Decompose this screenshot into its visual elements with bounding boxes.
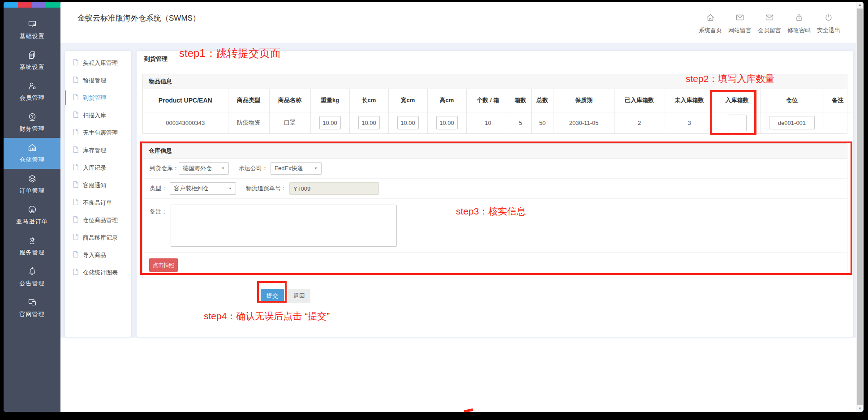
menu-item-inventory[interactable]: 库存管理 (65, 141, 131, 159)
menu-item-defective-orders[interactable]: 不良品订单 (65, 194, 131, 211)
sidebar-item-notice-management[interactable]: 公告管理 (4, 261, 60, 292)
menu-item-inbound-records[interactable]: 入库记录 (65, 159, 131, 176)
button-row: 提交 返回 (261, 289, 853, 303)
annotation-step4: step4：确认无误后点击 “提交” (204, 310, 330, 322)
annotation-step3: step3：核实信息 (456, 205, 526, 218)
menu-item-service-notice[interactable]: 客服通知 (65, 176, 131, 194)
submit-button[interactable]: 提交 (261, 289, 284, 303)
cell-length (349, 112, 388, 133)
sidebar-item-finance-management[interactable]: 财务管理 (4, 107, 60, 138)
remark-textarea[interactable] (171, 205, 397, 247)
menu-item-label: 扫描入库 (83, 111, 106, 120)
document-icon (73, 146, 79, 154)
sidebar-item-system-settings[interactable]: 系统设置 (4, 45, 60, 76)
sidebar-item-label: 仓储管理 (20, 156, 45, 164)
col-width: 宽cm (388, 89, 427, 112)
menu-item-label: 导入商品 (83, 251, 106, 259)
document-icon (73, 129, 79, 137)
col-boxes: 箱数 (510, 89, 531, 112)
weight-input[interactable] (319, 116, 341, 129)
sidebar-item-service-management[interactable]: 服务管理 (4, 231, 60, 261)
type-select[interactable]: 客户装柜到仓 ▼ (170, 182, 236, 195)
vertical-scrollbar[interactable]: ▲ ▼ (856, 2, 864, 412)
power-icon (824, 13, 834, 24)
header-action-change-password[interactable]: 修改密码 (784, 13, 814, 34)
height-input[interactable] (436, 116, 458, 129)
scrollbar-thumb[interactable] (857, 9, 863, 405)
menu-item-forecast[interactable]: 预报管理 (65, 72, 131, 89)
secondary-menu: 头程入库管理 预报管理 到货管理 扫描入库 无主包裹管理 库存管理 (65, 51, 131, 337)
menu-item-label: 到货管理 (83, 94, 106, 102)
cell-weight (310, 112, 349, 133)
scroll-down-icon[interactable]: ▼ (856, 406, 864, 412)
home-icon (705, 13, 715, 24)
chevron-down-icon: ▼ (314, 167, 318, 170)
header-action-label: 安全退出 (817, 26, 840, 34)
header-action-logout[interactable]: 安全退出 (814, 13, 843, 34)
header-actions: 系统首页 网站留言 会员留言 修改密码 安全退出 (696, 13, 843, 34)
form-row-type: 类型： 客户装柜到仓 ▼ 物流追踪单号： (143, 179, 847, 199)
menu-item-unclaimed-parcels[interactable]: 无主包裹管理 (65, 124, 131, 141)
menu-item-scan-inbound[interactable]: 扫描入库 (65, 107, 131, 124)
sidebar-item-order-management[interactable]: 订单管理 (4, 169, 60, 200)
col-remark: 备注 (824, 89, 851, 112)
strip-blue (4, 2, 18, 8)
annotation-step2: step2：填写入库数量 (686, 73, 774, 85)
menu-item-slot-goods[interactable]: 仓位商品管理 (65, 211, 131, 229)
length-input[interactable] (358, 116, 380, 129)
tracking-number-input[interactable] (289, 182, 379, 195)
layers-icon (27, 174, 37, 184)
document-icon (73, 163, 79, 172)
cell-not-in-boxes: 3 (665, 112, 714, 133)
scroll-up-icon[interactable]: ▲ (856, 2, 864, 8)
sidebar-item-label: 订单管理 (20, 187, 45, 195)
header-action-home[interactable]: 系统首页 (696, 13, 725, 34)
arrival-warehouse-select[interactable]: 德国海外仓 ▼ (179, 162, 229, 175)
menu-item-label: 商品移库记录 (83, 234, 118, 242)
col-in-boxes: 已入库箱数 (614, 89, 665, 112)
sidebar-item-amazon-orders[interactable]: a 亚马逊订单 (4, 200, 60, 231)
cell-slot (760, 112, 824, 133)
page-title: 金蚁云标准版海外仓系统（SWMS） (77, 13, 200, 23)
col-total: 总数 (531, 89, 554, 112)
goods-table: Product UPC/EAN 商品类型 商品名称 重量kg 长cm 宽cm 高… (143, 89, 851, 133)
header-action-label: 网站留言 (728, 26, 752, 34)
take-photo-button[interactable]: 点击拍照 (149, 258, 178, 272)
arrival-warehouse-label: 到货仓库： (150, 164, 179, 172)
inbound-boxes-input[interactable] (728, 115, 747, 131)
col-type: 商品类型 (228, 89, 269, 112)
sidebar-item-basic-settings[interactable]: 基础设置 (4, 14, 60, 45)
menu-item-label: 库存管理 (83, 146, 106, 154)
header-action-label: 修改密码 (787, 26, 811, 34)
col-per-box: 个数 / 箱 (466, 89, 510, 112)
sidebar-item-label: 官网管理 (20, 310, 45, 318)
content-card: 到货管理 物品信息 Product UPC/EAN 商品类型 商品名称 (137, 51, 853, 337)
carrier-select[interactable]: FedEx快递 ▼ (271, 162, 322, 175)
cell-total: 50 (531, 112, 554, 133)
strip-purple (32, 2, 47, 8)
menu-item-arrival-management[interactable]: 到货管理 (65, 89, 131, 107)
width-input[interactable] (397, 116, 419, 129)
brand-color-strip (4, 2, 60, 8)
col-upc: Product UPC/EAN (143, 89, 228, 112)
menu-item-label: 头程入库管理 (83, 59, 118, 67)
sidebar-item-website-management[interactable]: 官网管理 (4, 292, 60, 323)
menu-item-goods-move-records[interactable]: 商品移库记录 (65, 229, 131, 246)
chevron-down-icon: ▼ (221, 167, 225, 170)
menu-item-warehouse-statistics[interactable]: 仓储统计图表 (65, 264, 131, 281)
header-action-site-messages[interactable]: 网站留言 (725, 13, 755, 34)
header-action-member-messages[interactable]: 会员留言 (755, 13, 784, 34)
bell-icon (27, 266, 37, 276)
menu-item-first-leg-inbound[interactable]: 头程入库管理 (65, 54, 131, 72)
menu-item-label: 客服通知 (83, 181, 106, 189)
sidebar-item-warehouse-management[interactable]: 仓储管理 (4, 138, 60, 169)
form-row-arrival: 到货仓库： 德国海外仓 ▼ 承运公司： FedEx快递 ▼ (143, 159, 847, 179)
back-button[interactable]: 返回 (288, 289, 310, 303)
warehouse-gear-icon (27, 143, 37, 153)
mail-icon (765, 13, 774, 24)
tracking-label: 物流追踪单号： (246, 184, 287, 193)
menu-item-import-goods[interactable]: 导入商品 (65, 246, 131, 264)
slot-input[interactable] (769, 116, 815, 129)
primary-sidebar: 基础设置 系统设置 会员管理 财务管理 仓储管理 订单管理 (4, 2, 60, 412)
sidebar-item-member-management[interactable]: 会员管理 (4, 76, 60, 107)
